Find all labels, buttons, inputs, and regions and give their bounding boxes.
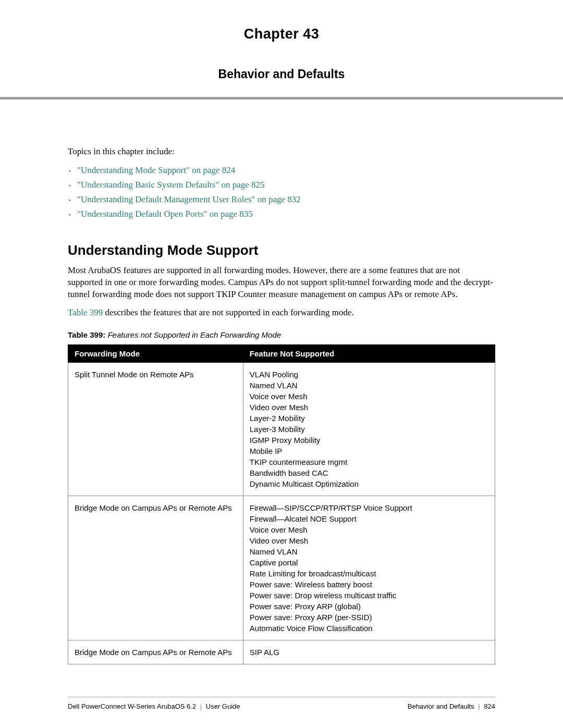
toc-link-user-roles[interactable]: "Understanding Default Management User R…: [77, 194, 301, 204]
feature-item: Voice over Mesh: [250, 391, 488, 402]
footer-left: Dell PowerConnect W-Series ArubaOS 6.2 |…: [68, 702, 240, 710]
table-row: Bridge Mode on Campus APs or Remote APsF…: [68, 496, 495, 640]
table-caption-title: Features not Supported in Each Forwardin…: [105, 330, 281, 339]
feature-item: Firewall—SIP/SCCP/RTP/RTSP Voice Support: [250, 502, 488, 513]
feature-item: Video over Mesh: [250, 402, 488, 413]
footer-section: Behavior and Defaults: [408, 702, 474, 710]
feature-item: VLAN Pooling: [250, 369, 488, 380]
section-paragraph-2: Table 399 describes the features that ar…: [68, 307, 495, 319]
table-cell-mode: Bridge Mode on Campus APs or Remote APs: [68, 640, 243, 664]
feature-item: Dynamic Multicast Optimization: [250, 478, 488, 489]
feature-item: Automatic Voice Flow Classification: [250, 623, 488, 634]
table-cell-mode: Bridge Mode on Campus APs or Remote APs: [68, 496, 243, 640]
footer-separator-icon: |: [478, 702, 480, 710]
feature-item: Power save: Wireless battery boost: [250, 579, 488, 590]
toc-link-open-ports[interactable]: "Understanding Default Open Ports" on pa…: [77, 209, 253, 219]
feature-item: Captive portal: [250, 557, 488, 568]
table-cell-features: Firewall—SIP/SCCP/RTP/RTSP Voice Support…: [243, 496, 495, 640]
feature-item: Power save: Proxy ARP (global): [250, 601, 488, 612]
feature-item: Power save: Proxy ARP (per-SSID): [250, 612, 488, 623]
feature-item: Video over Mesh: [250, 535, 488, 546]
page-footer: Dell PowerConnect W-Series ArubaOS 6.2 |…: [68, 697, 495, 710]
table-reference-link[interactable]: Table 399: [68, 307, 103, 317]
section-heading: Understanding Mode Support: [68, 242, 495, 258]
feature-item: Rate Limiting for broadcast/multicast: [250, 568, 488, 579]
table-header-feature: Feature Not Supported: [243, 344, 495, 362]
feature-item: Layer-2 Mobility: [250, 413, 488, 424]
footer-page-number: 824: [484, 702, 495, 710]
table-header-row: Forwarding Mode Feature Not Supported: [68, 344, 495, 362]
table-cell-features: SIP ALG: [243, 640, 495, 664]
toc-item[interactable]: "Understanding Default Open Ports" on pa…: [77, 207, 495, 221]
toc-item[interactable]: "Understanding Default Management User R…: [77, 192, 495, 207]
table-cell-mode: Split Tunnel Mode on Remote APs: [68, 362, 243, 496]
feature-item: IGMP Proxy Mobility: [250, 435, 488, 446]
feature-item: TKIP countermeasure mgmt: [250, 456, 488, 467]
feature-item: Firewall—Alcatel NOE Support: [250, 513, 488, 524]
footer-right: Behavior and Defaults | 824: [408, 702, 495, 710]
feature-item: SIP ALG: [250, 647, 488, 658]
chapter-subtitle: Behavior and Defaults: [68, 67, 495, 81]
toc-item[interactable]: "Understanding Basic System Defaults" on…: [77, 178, 495, 192]
footer-separator-icon: |: [200, 702, 202, 710]
toc-item[interactable]: "Understanding Mode Support" on page 824: [77, 163, 495, 178]
section-paragraph-1: Most ArubaOS features are supported in a…: [68, 265, 495, 301]
footer-doc-type: User Guide: [206, 702, 240, 710]
section-paragraph-2-tail: describes the features that are not supp…: [103, 307, 354, 317]
feature-item: Named VLAN: [250, 380, 488, 391]
feature-item: Power save: Drop wireless multicast traf…: [250, 590, 488, 601]
table-row: Bridge Mode on Campus APs or Remote APsS…: [68, 640, 495, 664]
table-cell-features: VLAN PoolingNamed VLANVoice over MeshVid…: [243, 362, 495, 496]
toc-link-system-defaults[interactable]: "Understanding Basic System Defaults" on…: [77, 180, 264, 190]
chapter-number: Chapter 43: [68, 26, 495, 42]
table-header-mode: Forwarding Mode: [68, 344, 243, 362]
footer-product: Dell PowerConnect W-Series ArubaOS 6.2: [68, 702, 196, 710]
feature-item: Voice over Mesh: [250, 524, 488, 535]
feature-item: Layer-3 Mobility: [250, 424, 488, 435]
table-caption-label: Table 399:: [68, 330, 105, 339]
table-caption: Table 399: Features not Supported in Eac…: [68, 330, 495, 339]
table-row: Split Tunnel Mode on Remote APsVLAN Pool…: [68, 362, 495, 496]
header-divider: [0, 97, 563, 100]
feature-item: Mobile IP: [250, 446, 488, 456]
toc-link-mode-support[interactable]: "Understanding Mode Support" on page 824: [77, 165, 235, 175]
feature-item: Bandwidth based CAC: [250, 467, 488, 478]
feature-item: Named VLAN: [250, 546, 488, 557]
topics-list: "Understanding Mode Support" on page 824…: [68, 163, 495, 221]
intro-text: Topics in this chapter include:: [68, 146, 495, 157]
features-table: Forwarding Mode Feature Not Supported Sp…: [68, 344, 495, 664]
